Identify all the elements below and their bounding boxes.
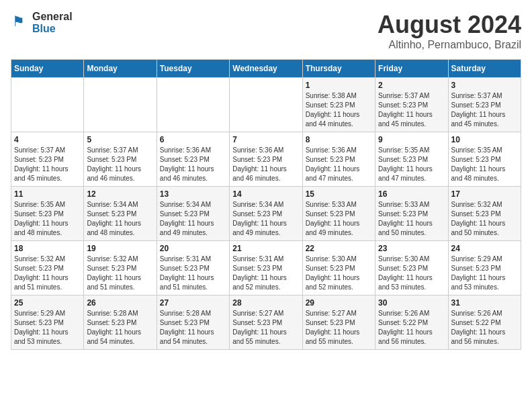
calendar-cell: 8Sunrise: 5:36 AM Sunset: 5:23 PM Daylig… [302, 132, 375, 187]
calendar-cell [84, 78, 157, 132]
cell-daylight-info: Sunrise: 5:34 AM Sunset: 5:23 PM Dayligh… [87, 200, 153, 238]
day-number: 2 [378, 81, 445, 90]
day-number: 27 [160, 298, 226, 308]
logo-icon: ⚑ [11, 13, 30, 32]
calendar-cell: 2Sunrise: 5:37 AM Sunset: 5:23 PM Daylig… [375, 78, 448, 132]
cell-daylight-info: Sunrise: 5:29 AM Sunset: 5:23 PM Dayligh… [14, 309, 81, 347]
calendar-cell [11, 78, 84, 132]
cell-daylight-info: Sunrise: 5:28 AM Sunset: 5:23 PM Dayligh… [87, 309, 153, 347]
day-number: 26 [87, 298, 153, 308]
calendar-cell: 9Sunrise: 5:35 AM Sunset: 5:23 PM Daylig… [375, 132, 448, 187]
calendar-cell: 7Sunrise: 5:36 AM Sunset: 5:23 PM Daylig… [230, 132, 302, 187]
page-subtitle: Altinho, Pernambuco, Brazil [378, 39, 521, 51]
cell-daylight-info: Sunrise: 5:29 AM Sunset: 5:23 PM Dayligh… [451, 255, 518, 292]
day-of-week-header: Saturday [448, 60, 521, 78]
cell-daylight-info: Sunrise: 5:26 AM Sunset: 5:22 PM Dayligh… [378, 309, 445, 347]
day-number: 18 [14, 244, 81, 253]
cell-daylight-info: Sunrise: 5:33 AM Sunset: 5:23 PM Dayligh… [378, 200, 445, 238]
day-of-week-header: Monday [84, 60, 157, 78]
day-of-week-header: Friday [375, 60, 448, 78]
calendar-cell: 19Sunrise: 5:32 AM Sunset: 5:23 PM Dayli… [84, 241, 157, 295]
cell-daylight-info: Sunrise: 5:30 AM Sunset: 5:23 PM Dayligh… [306, 255, 372, 292]
cell-daylight-info: Sunrise: 5:35 AM Sunset: 5:23 PM Dayligh… [14, 200, 81, 238]
day-number: 8 [306, 135, 372, 144]
title-block: August 2024 Altinho, Pernambuco, Brazil [378, 11, 521, 51]
logo: ⚑ General Blue [11, 11, 73, 35]
day-number: 23 [378, 244, 445, 253]
day-number: 31 [451, 298, 518, 308]
calendar-cell: 22Sunrise: 5:30 AM Sunset: 5:23 PM Dayli… [302, 241, 375, 295]
cell-daylight-info: Sunrise: 5:37 AM Sunset: 5:23 PM Dayligh… [14, 146, 81, 183]
cell-daylight-info: Sunrise: 5:34 AM Sunset: 5:23 PM Dayligh… [160, 200, 226, 238]
calendar-week-row: 11Sunrise: 5:35 AM Sunset: 5:23 PM Dayli… [11, 187, 521, 241]
day-number: 10 [451, 135, 518, 144]
day-of-week-header: Tuesday [157, 60, 229, 78]
logo-general: General [32, 11, 73, 22]
cell-daylight-info: Sunrise: 5:36 AM Sunset: 5:23 PM Dayligh… [306, 146, 372, 183]
cell-daylight-info: Sunrise: 5:36 AM Sunset: 5:23 PM Dayligh… [232, 146, 299, 183]
calendar-cell: 5Sunrise: 5:37 AM Sunset: 5:23 PM Daylig… [84, 132, 157, 187]
calendar-week-row: 18Sunrise: 5:32 AM Sunset: 5:23 PM Dayli… [11, 241, 521, 295]
day-number: 16 [378, 189, 445, 199]
calendar-cell: 4Sunrise: 5:37 AM Sunset: 5:23 PM Daylig… [11, 132, 84, 187]
cell-daylight-info: Sunrise: 5:36 AM Sunset: 5:23 PM Dayligh… [160, 146, 226, 183]
cell-daylight-info: Sunrise: 5:31 AM Sunset: 5:23 PM Dayligh… [232, 255, 299, 292]
calendar-cell [230, 78, 302, 132]
calendar-cell: 25Sunrise: 5:29 AM Sunset: 5:23 PM Dayli… [11, 295, 84, 350]
cell-daylight-info: Sunrise: 5:32 AM Sunset: 5:23 PM Dayligh… [451, 200, 518, 238]
calendar-cell: 6Sunrise: 5:36 AM Sunset: 5:23 PM Daylig… [157, 132, 229, 187]
cell-daylight-info: Sunrise: 5:31 AM Sunset: 5:23 PM Dayligh… [160, 255, 226, 292]
day-number: 25 [14, 298, 81, 308]
cell-daylight-info: Sunrise: 5:37 AM Sunset: 5:23 PM Dayligh… [378, 91, 445, 129]
day-number: 9 [378, 135, 445, 144]
calendar-cell: 1Sunrise: 5:38 AM Sunset: 5:23 PM Daylig… [302, 78, 375, 132]
day-number: 21 [232, 244, 299, 253]
day-number: 28 [232, 298, 299, 308]
calendar-cell: 14Sunrise: 5:34 AM Sunset: 5:23 PM Dayli… [230, 187, 302, 241]
calendar-cell: 24Sunrise: 5:29 AM Sunset: 5:23 PM Dayli… [448, 241, 521, 295]
calendar-cell: 20Sunrise: 5:31 AM Sunset: 5:23 PM Dayli… [157, 241, 229, 295]
cell-daylight-info: Sunrise: 5:33 AM Sunset: 5:23 PM Dayligh… [306, 200, 372, 238]
calendar-table: SundayMondayTuesdayWednesdayThursdayFrid… [11, 59, 521, 350]
calendar-cell: 27Sunrise: 5:28 AM Sunset: 5:23 PM Dayli… [157, 295, 229, 350]
day-number: 29 [306, 298, 372, 308]
day-number: 13 [160, 189, 226, 199]
calendar-cell: 17Sunrise: 5:32 AM Sunset: 5:23 PM Dayli… [448, 187, 521, 241]
calendar-week-row: 4Sunrise: 5:37 AM Sunset: 5:23 PM Daylig… [11, 132, 521, 187]
cell-daylight-info: Sunrise: 5:27 AM Sunset: 5:23 PM Dayligh… [306, 309, 372, 347]
day-number: 20 [160, 244, 226, 253]
day-number: 19 [87, 244, 153, 253]
day-number: 14 [232, 189, 299, 199]
cell-daylight-info: Sunrise: 5:35 AM Sunset: 5:23 PM Dayligh… [378, 146, 445, 183]
page-title: August 2024 [378, 11, 521, 39]
calendar-cell: 11Sunrise: 5:35 AM Sunset: 5:23 PM Dayli… [11, 187, 84, 241]
day-of-week-header: Wednesday [230, 60, 302, 78]
day-of-week-header: Sunday [11, 60, 84, 78]
day-number: 11 [14, 189, 81, 199]
svg-text:⚑: ⚑ [12, 13, 25, 29]
calendar-cell: 16Sunrise: 5:33 AM Sunset: 5:23 PM Dayli… [375, 187, 448, 241]
cell-daylight-info: Sunrise: 5:27 AM Sunset: 5:23 PM Dayligh… [232, 309, 299, 347]
cell-daylight-info: Sunrise: 5:32 AM Sunset: 5:23 PM Dayligh… [87, 255, 153, 292]
calendar-cell: 31Sunrise: 5:26 AM Sunset: 5:22 PM Dayli… [448, 295, 521, 350]
cell-daylight-info: Sunrise: 5:37 AM Sunset: 5:23 PM Dayligh… [87, 146, 153, 183]
day-number: 17 [451, 189, 518, 199]
calendar-cell: 13Sunrise: 5:34 AM Sunset: 5:23 PM Dayli… [157, 187, 229, 241]
cell-daylight-info: Sunrise: 5:37 AM Sunset: 5:23 PM Dayligh… [451, 91, 518, 129]
calendar-cell: 29Sunrise: 5:27 AM Sunset: 5:23 PM Dayli… [302, 295, 375, 350]
day-of-week-header: Thursday [302, 60, 375, 78]
day-number: 22 [306, 244, 372, 253]
calendar-cell: 21Sunrise: 5:31 AM Sunset: 5:23 PM Dayli… [230, 241, 302, 295]
calendar-cell: 3Sunrise: 5:37 AM Sunset: 5:23 PM Daylig… [448, 78, 521, 132]
day-number: 4 [14, 135, 81, 144]
calendar-cell: 23Sunrise: 5:30 AM Sunset: 5:23 PM Dayli… [375, 241, 448, 295]
calendar-cell: 15Sunrise: 5:33 AM Sunset: 5:23 PM Dayli… [302, 187, 375, 241]
day-number: 1 [306, 81, 372, 90]
calendar-cell: 18Sunrise: 5:32 AM Sunset: 5:23 PM Dayli… [11, 241, 84, 295]
calendar-cell: 30Sunrise: 5:26 AM Sunset: 5:22 PM Dayli… [375, 295, 448, 350]
day-number: 3 [451, 81, 518, 90]
day-number: 30 [378, 298, 445, 308]
cell-daylight-info: Sunrise: 5:34 AM Sunset: 5:23 PM Dayligh… [232, 200, 299, 238]
day-number: 12 [87, 189, 153, 199]
calendar-cell: 10Sunrise: 5:35 AM Sunset: 5:23 PM Dayli… [448, 132, 521, 187]
